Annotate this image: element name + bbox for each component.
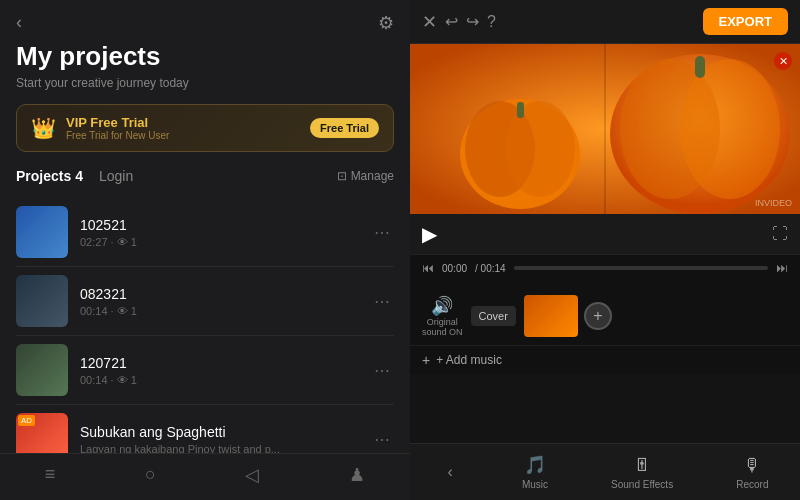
project-meta: 00:14 · 👁 1 bbox=[80, 374, 370, 386]
project-more-button[interactable]: ⋯ bbox=[370, 219, 394, 246]
page-title: My projects bbox=[16, 41, 394, 72]
timeline-bar[interactable] bbox=[514, 266, 768, 270]
project-name: 082321 bbox=[80, 286, 370, 302]
vip-title: VIP Free Trial bbox=[66, 115, 310, 130]
record-icon: 🎙 bbox=[743, 455, 761, 476]
vip-free-trial-button[interactable]: Free Trial bbox=[310, 118, 379, 138]
skip-forward-icon[interactable]: ⏭ bbox=[776, 261, 788, 275]
music-label: Music bbox=[522, 479, 548, 490]
project-item[interactable]: 102521 02:27 · 👁 1 ⋯ bbox=[16, 198, 394, 267]
add-music-row[interactable]: + + Add music bbox=[410, 345, 800, 374]
right-panel: ✕ ↩ ↪ ? EXPORT bbox=[410, 0, 800, 500]
project-thumbnail bbox=[16, 344, 68, 396]
bottom-tools: ‹ 🎵 Music 🎚 Sound Effects 🎙 Record bbox=[410, 443, 800, 500]
settings-icon[interactable]: ⚙ bbox=[378, 12, 394, 34]
sound-icon: 🔊 bbox=[431, 295, 453, 317]
time-current: 00:00 bbox=[442, 263, 467, 274]
fullscreen-button[interactable]: ⛶ bbox=[772, 225, 788, 243]
project-info: 082321 00:14 · 👁 1 bbox=[80, 286, 370, 317]
project-info: Subukan ang Spaghetti Lagyan ng kakaiban… bbox=[80, 424, 370, 454]
svg-rect-8 bbox=[517, 102, 524, 118]
vip-crown-icon: 👑 bbox=[31, 116, 56, 140]
add-music-plus-icon: + bbox=[422, 352, 430, 368]
skip-back-icon[interactable]: ⏮ bbox=[422, 261, 434, 275]
project-info: 120721 00:14 · 👁 1 bbox=[80, 355, 370, 386]
projects-count: Projects 4 bbox=[16, 168, 83, 184]
sound-label: Originalsound ON bbox=[422, 317, 463, 337]
projects-bar: Projects 4 Login ⊡ Manage bbox=[16, 168, 394, 184]
project-thumbnail bbox=[16, 275, 68, 327]
vip-text: VIP Free Trial Free Trial for New User bbox=[66, 115, 310, 141]
error-badge: ✕ bbox=[774, 52, 792, 70]
right-header: ✕ ↩ ↪ ? EXPORT bbox=[410, 0, 800, 44]
svg-point-7 bbox=[505, 101, 575, 197]
time-total: / 00:14 bbox=[475, 263, 506, 274]
svg-point-3 bbox=[680, 59, 780, 199]
project-thumbnail bbox=[16, 206, 68, 258]
page-subtitle: Start your creative journey today bbox=[16, 76, 394, 90]
project-item[interactable]: 120721 00:14 · 👁 1 ⋯ bbox=[16, 336, 394, 405]
add-music-label: + Add music bbox=[436, 353, 502, 367]
project-item[interactable]: 082321 00:14 · 👁 1 ⋯ bbox=[16, 267, 394, 336]
timeline-area: ⏮ 00:00 / 00:14 ⏭ bbox=[410, 254, 800, 287]
sound-row: 🔊 Originalsound ON Cover + bbox=[410, 287, 800, 345]
chevron-left-button[interactable]: ‹ bbox=[442, 463, 459, 481]
left-header: ‹ ⚙ bbox=[0, 0, 410, 41]
left-panel: ‹ ⚙ My projects Start your creative jour… bbox=[0, 0, 410, 500]
back-button[interactable]: ‹ bbox=[16, 12, 22, 33]
ad-badge: AD bbox=[18, 415, 35, 426]
project-more-button[interactable]: ⋯ bbox=[370, 288, 394, 315]
sound-effects-tool[interactable]: 🎚 Sound Effects bbox=[611, 455, 673, 490]
vip-subtitle: Free Trial for New User bbox=[66, 130, 310, 141]
manage-button[interactable]: ⊡ Manage bbox=[337, 169, 394, 183]
nav-profile-icon[interactable]: ♟ bbox=[349, 464, 365, 486]
project-more-button[interactable]: ⋯ bbox=[370, 426, 394, 453]
play-button[interactable]: ▶ bbox=[422, 222, 437, 246]
project-info: 102521 02:27 · 👁 1 bbox=[80, 217, 370, 248]
nav-home-icon[interactable]: ○ bbox=[145, 464, 156, 486]
original-sound-block[interactable]: 🔊 Originalsound ON bbox=[422, 295, 463, 337]
manage-icon: ⊡ bbox=[337, 169, 347, 183]
project-thumbnail: AD bbox=[16, 413, 68, 453]
project-name: 102521 bbox=[80, 217, 370, 233]
manage-label: Manage bbox=[351, 169, 394, 183]
sound-effects-icon: 🎚 bbox=[633, 455, 651, 476]
svg-rect-4 bbox=[695, 56, 705, 78]
vip-banner[interactable]: 👑 VIP Free Trial Free Trial for New User… bbox=[16, 104, 394, 152]
nav-back-icon[interactable]: ◁ bbox=[245, 464, 259, 486]
music-tool[interactable]: 🎵 Music bbox=[522, 454, 548, 490]
close-button[interactable]: ✕ bbox=[422, 11, 437, 33]
project-more-button[interactable]: ⋯ bbox=[370, 357, 394, 384]
record-tool[interactable]: 🎙 Record bbox=[736, 455, 768, 490]
undo-button[interactable]: ↩ bbox=[445, 12, 458, 31]
watermark: INVIDEO bbox=[755, 198, 792, 208]
nav-menu-icon[interactable]: ≡ bbox=[45, 464, 56, 486]
redo-button[interactable]: ↪ bbox=[466, 12, 479, 31]
video-clip[interactable] bbox=[524, 295, 578, 337]
project-meta: 02:27 · 👁 1 bbox=[80, 236, 370, 248]
timeline-ruler: ⏮ 00:00 / 00:14 ⏭ bbox=[422, 261, 788, 275]
project-item[interactable]: AD Subukan ang Spaghetti Lagyan ng kakai… bbox=[16, 405, 394, 453]
project-name: 120721 bbox=[80, 355, 370, 371]
project-meta: 00:14 · 👁 1 bbox=[80, 305, 370, 317]
video-preview: ✕ INVIDEO bbox=[410, 44, 800, 214]
left-content: My projects Start your creative journey … bbox=[0, 41, 410, 453]
sound-effects-label: Sound Effects bbox=[611, 479, 673, 490]
bottom-nav: ≡ ○ ◁ ♟ bbox=[0, 453, 410, 500]
project-name: Subukan ang Spaghetti bbox=[80, 424, 370, 440]
project-desc: Lagyan ng kakaibang Pinoy twist and p... bbox=[80, 443, 280, 454]
cover-button[interactable]: Cover bbox=[471, 306, 516, 326]
help-button[interactable]: ? bbox=[487, 13, 496, 31]
transport-bar: ▶ ⛶ bbox=[410, 214, 800, 254]
login-button[interactable]: Login bbox=[99, 168, 133, 184]
export-button[interactable]: EXPORT bbox=[703, 8, 788, 35]
music-icon: 🎵 bbox=[524, 454, 546, 476]
add-clip-button[interactable]: + bbox=[584, 302, 612, 330]
clip-row: + bbox=[524, 295, 788, 337]
preview-image bbox=[410, 44, 800, 214]
record-label: Record bbox=[736, 479, 768, 490]
